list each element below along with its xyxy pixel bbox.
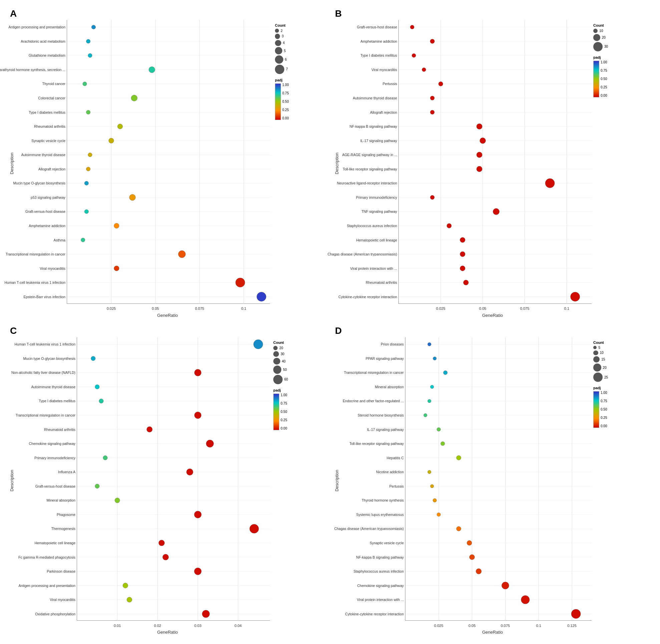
- svg-text:Type I diabetes mellitus: Type I diabetes mellitus: [360, 53, 397, 58]
- svg-text:TNF signaling pathway: TNF signaling pathway: [361, 209, 397, 213]
- legend-size-dot: [273, 358, 280, 365]
- svg-text:Toll-like receptor signaling p: Toll-like receptor signaling pathway: [343, 167, 397, 171]
- legend-size-item: 30: [273, 351, 327, 357]
- legend-size-label: 20: [602, 36, 606, 39]
- legend-size-item: 60: [273, 375, 327, 384]
- svg-text:0.1: 0.1: [564, 306, 569, 310]
- svg-text:0.05: 0.05: [152, 306, 159, 310]
- svg-text:0.125: 0.125: [567, 624, 577, 628]
- svg-text:Staphylococcus aureus infectio: Staphylococcus aureus infection: [353, 569, 404, 573]
- svg-text:Allograft rejection: Allograft rejection: [38, 167, 65, 171]
- svg-text:Oxidative phosphorylation: Oxidative phosphorylation: [35, 612, 75, 616]
- svg-text:0.04: 0.04: [235, 624, 242, 628]
- legend-color-label: 1.00: [601, 61, 607, 64]
- svg-point-264: [476, 568, 482, 574]
- legend-size-item: 5: [275, 47, 327, 54]
- svg-text:Fc gamma R-mediated phagocytos: Fc gamma R-mediated phagocytosis: [18, 555, 75, 559]
- legend-color-row: 1.000.750.500.250.00: [275, 84, 327, 120]
- svg-point-240: [457, 455, 461, 460]
- legend-color-label: 0.25: [282, 108, 289, 112]
- svg-text:Parathyroid hormone synthesis,: Parathyroid hormone synthesis, secretion…: [0, 68, 65, 72]
- svg-point-270: [521, 595, 530, 604]
- svg-point-114: [430, 196, 435, 200]
- svg-point-132: [463, 280, 469, 285]
- legend-size-item: 10: [593, 29, 652, 33]
- legend-color-label: 0.75: [281, 402, 287, 405]
- svg-text:Graft-versus-host disease: Graft-versus-host disease: [25, 209, 65, 213]
- svg-point-258: [467, 540, 472, 545]
- svg-point-120: [447, 224, 452, 228]
- svg-point-102: [480, 138, 486, 144]
- legend-color-label: 1.00: [601, 391, 607, 394]
- legend-color-title: padj: [273, 388, 327, 392]
- svg-text:Primary immunodeficiency: Primary immunodeficiency: [35, 456, 76, 460]
- panel-c-x-label: GeneRatio: [157, 630, 178, 635]
- svg-text:Autoimmune thyroid disease: Autoimmune thyroid disease: [31, 385, 76, 389]
- legend-size-dot: [273, 375, 283, 384]
- legend-size-item: 50: [273, 366, 327, 373]
- svg-text:Chagas disease (American trypa: Chagas disease (American trypanosomiasis…: [328, 252, 397, 256]
- chart-c: 0.010.020.030.04Human T-cell leukemia vi…: [77, 337, 270, 621]
- legend-color-label: 0.75: [601, 399, 607, 403]
- legend-size-item: 10: [593, 350, 652, 355]
- legend-size-dot: [273, 346, 278, 350]
- legend-size-label: 30: [604, 45, 608, 48]
- svg-text:Amphetamine addiction: Amphetamine addiction: [360, 39, 397, 43]
- svg-text:IL-17 signaling pathway: IL-17 signaling pathway: [360, 139, 397, 143]
- legend-size-item: 25: [593, 372, 652, 382]
- svg-point-67: [257, 292, 266, 301]
- chart-d: 0.0250.050.0750.10.125Prion diseasesPPAR…: [405, 337, 592, 621]
- svg-text:0.05: 0.05: [468, 624, 476, 628]
- svg-text:Graft-versus-host disease: Graft-versus-host disease: [35, 484, 75, 488]
- svg-text:Mineral absorption: Mineral absorption: [47, 498, 76, 502]
- svg-text:Type I diabetes mellitus: Type I diabetes mellitus: [29, 110, 65, 114]
- svg-point-81: [430, 39, 435, 43]
- legend-color-bar: [593, 391, 599, 428]
- svg-text:Influenza A: Influenza A: [58, 470, 75, 474]
- legend-size-label: 40: [282, 360, 286, 363]
- svg-point-111: [545, 179, 554, 188]
- legend-size-label: 15: [601, 358, 605, 361]
- svg-point-249: [433, 498, 436, 502]
- svg-point-164: [147, 427, 153, 432]
- svg-point-34: [109, 138, 114, 143]
- svg-point-273: [571, 609, 580, 618]
- svg-point-237: [441, 441, 445, 445]
- legend-size-item: 40: [273, 358, 327, 365]
- svg-point-243: [428, 470, 431, 474]
- legend-color: padj1.000.750.500.250.00: [273, 388, 327, 430]
- svg-point-203: [202, 610, 210, 618]
- legend-size-label: 10: [599, 29, 603, 33]
- svg-point-179: [115, 498, 120, 503]
- svg-point-188: [158, 540, 164, 546]
- legend-size-dot: [275, 29, 279, 33]
- panel-b-x-label: GeneRatio: [482, 313, 503, 318]
- legend-size-dot: [593, 364, 601, 371]
- svg-text:0.075: 0.075: [501, 624, 510, 628]
- legend-c: Count 20 30 40 50 60 padj1.000.750.500.2…: [273, 341, 327, 430]
- svg-point-49: [84, 209, 88, 213]
- legend-size-item: 2: [275, 29, 327, 33]
- svg-point-55: [81, 238, 85, 242]
- svg-text:0.1: 0.1: [536, 624, 541, 628]
- legend-color-label: 0.00: [282, 117, 289, 120]
- svg-text:Type I diabetes mellitus: Type I diabetes mellitus: [39, 399, 75, 403]
- panel-a: A Description GeneRatio 0.0250.050.0750.…: [7, 7, 328, 321]
- svg-text:Antigen processing and present: Antigen processing and presentation: [9, 25, 66, 29]
- legend-size-dot: [593, 356, 600, 363]
- svg-text:Transcriptional misregulation : Transcriptional misregulation in cancer: [16, 413, 76, 417]
- legend-size-label: 3: [282, 34, 284, 38]
- svg-text:Asthma: Asthma: [53, 238, 65, 242]
- panel-d-label: D: [335, 325, 342, 336]
- svg-text:0.01: 0.01: [114, 624, 121, 628]
- svg-point-64: [236, 278, 245, 287]
- svg-point-84: [412, 53, 416, 58]
- legend-size-dot: [593, 372, 602, 382]
- svg-text:Epstein-Barr virus infection: Epstein-Barr virus infection: [24, 295, 66, 299]
- panel-a-x-label: GeneRatio: [157, 313, 178, 318]
- svg-text:Viral myocarditis: Viral myocarditis: [50, 598, 75, 602]
- svg-point-222: [443, 370, 447, 374]
- legend-color-label: 0.50: [601, 77, 607, 81]
- svg-text:Systemic lupus erythematosus: Systemic lupus erythematosus: [356, 512, 404, 516]
- svg-point-267: [502, 582, 509, 589]
